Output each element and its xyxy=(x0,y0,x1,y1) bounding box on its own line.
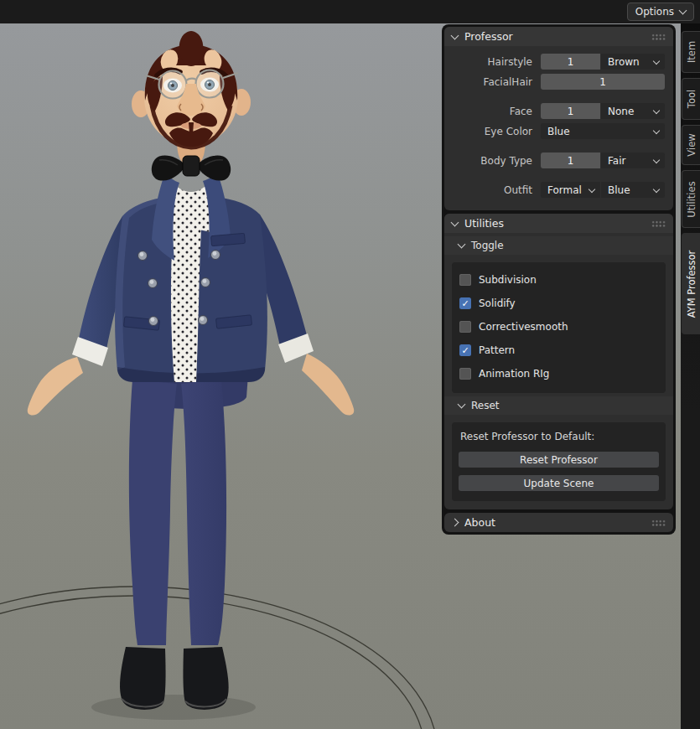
animation-rig-row: Animation RIg xyxy=(452,362,666,385)
contact-shadow xyxy=(91,695,256,720)
pattern-checkbox[interactable] xyxy=(459,344,471,356)
subdivision-checkbox[interactable] xyxy=(459,274,471,286)
chevron-down-icon xyxy=(653,106,660,113)
professor-panel-body: Hairstyle 1 Brown FacialHair 1 Face 1 xyxy=(444,46,673,210)
tab-item-label: Item xyxy=(686,41,697,63)
drag-grip-icon[interactable] xyxy=(651,520,666,526)
trousers[interactable] xyxy=(129,352,250,645)
suit-jacket[interactable] xyxy=(115,172,267,382)
toggle-subpanel-header[interactable]: Toggle xyxy=(444,236,673,255)
face-label: Face xyxy=(453,106,541,117)
pattern-row: Pattern xyxy=(452,339,666,362)
reset-heading: Reset Professor to Default: xyxy=(460,431,659,442)
professor-panel: Professor Hairstyle 1 Brown FacialHair 1 xyxy=(444,27,673,210)
reset-professor-button[interactable]: Reset Professor xyxy=(459,452,659,468)
head[interactable] xyxy=(132,31,251,147)
hairstyle-color-dropdown[interactable]: Brown xyxy=(601,54,665,70)
viewport-header-bar: Options xyxy=(0,0,700,24)
chevron-down-icon xyxy=(589,185,595,192)
eye-color-label: Eye Color xyxy=(453,126,541,137)
n-panel-sidebar: Professor Hairstyle 1 Brown FacialHair 1 xyxy=(442,24,676,535)
chevron-down-icon xyxy=(653,156,660,163)
tab-utilities[interactable]: Utilities xyxy=(682,170,700,228)
dropdown-value: Brown xyxy=(608,56,640,68)
outfit-style-dropdown[interactable]: Formal xyxy=(541,182,600,198)
tab-view-label: View xyxy=(686,133,697,156)
face-row: Face 1 None xyxy=(453,103,662,119)
checkbox-label: Animation RIg xyxy=(479,368,550,380)
tab-view[interactable]: View xyxy=(682,125,700,165)
tab-utilities-label: Utilities xyxy=(686,181,697,217)
sidebar-tab-strip: Item Tool View Utilities AYM Professor xyxy=(681,23,700,729)
panel-title: About xyxy=(464,516,495,529)
outfit-row: Outfit Formal Blue xyxy=(453,182,662,198)
subpanel-title: Reset xyxy=(471,400,500,411)
chevron-down-icon xyxy=(451,218,459,226)
facialhair-value-field[interactable]: 1 xyxy=(541,74,665,90)
outfit-label: Outfit xyxy=(453,184,541,196)
checkbox-label: Solidify xyxy=(479,297,516,309)
tab-aym-professor-label: AYM Professor xyxy=(686,250,697,318)
correctivesmooth-checkbox[interactable] xyxy=(459,321,471,333)
dropdown-value: Blue xyxy=(547,126,570,137)
reset-subpanel-header[interactable]: Reset xyxy=(444,396,673,415)
subpanel-title: Toggle xyxy=(471,240,504,251)
professor-panel-header[interactable]: Professor xyxy=(444,27,673,46)
drag-grip-icon[interactable] xyxy=(651,34,666,40)
about-panel: About xyxy=(444,513,673,532)
utilities-panel: Utilities Toggle Subdivision Solidify xyxy=(444,214,673,509)
chevron-right-icon xyxy=(451,519,459,527)
tab-aym-professor[interactable]: AYM Professor xyxy=(682,233,700,334)
drag-grip-icon[interactable] xyxy=(651,220,666,227)
professor-character[interactable] xyxy=(28,31,354,710)
utilities-panel-header[interactable]: Utilities xyxy=(444,214,673,233)
update-scene-button[interactable]: Update Scene xyxy=(459,475,659,491)
chevron-down-icon xyxy=(653,57,660,64)
body-type-row: Body Type 1 Fair xyxy=(453,153,662,168)
chevron-down-icon xyxy=(679,7,687,15)
body-type-value-field[interactable]: 1 xyxy=(541,153,600,168)
checkbox-label: Subdivision xyxy=(479,274,537,286)
tab-tool-label: Tool xyxy=(686,90,697,108)
chevron-down-icon xyxy=(653,185,660,192)
tab-item[interactable]: Item xyxy=(682,31,700,73)
solidify-checkbox[interactable] xyxy=(459,297,471,309)
about-panel-header[interactable]: About xyxy=(444,513,673,532)
dropdown-value: Fair xyxy=(608,155,625,167)
body-type-dropdown[interactable]: Fair xyxy=(601,153,665,168)
options-button-label: Options xyxy=(635,6,674,18)
checkbox-label: Correctivesmooth xyxy=(479,321,568,333)
dropdown-value: Blue xyxy=(608,184,630,196)
facialhair-row: FacialHair 1 xyxy=(453,74,662,90)
chevron-down-icon xyxy=(451,31,459,39)
eye-color-dropdown[interactable]: Blue xyxy=(541,123,665,139)
face-value-field[interactable]: 1 xyxy=(541,103,600,119)
eye-color-row: Eye Color Blue xyxy=(453,123,662,139)
reset-group: Reset Professor to Default: Reset Profes… xyxy=(452,422,666,501)
hairstyle-row: Hairstyle 1 Brown xyxy=(453,54,662,70)
bow-tie[interactable] xyxy=(152,156,231,181)
chevron-down-icon xyxy=(458,401,466,409)
chevron-down-icon xyxy=(653,127,660,133)
options-button[interactable]: Options xyxy=(627,3,694,21)
blender-window: Options xyxy=(0,0,700,729)
animation-rig-checkbox[interactable] xyxy=(459,368,471,380)
tab-tool[interactable]: Tool xyxy=(682,78,700,120)
face-dropdown[interactable]: None xyxy=(601,103,665,119)
body-type-label: Body Type xyxy=(453,155,541,167)
toggle-checkbox-group: Subdivision Solidify Correctivesmooth Pa… xyxy=(452,262,666,393)
hairstyle-label: Hairstyle xyxy=(453,56,541,68)
dropdown-value: Formal xyxy=(547,184,582,196)
outfit-color-dropdown[interactable]: Blue xyxy=(601,182,665,198)
panel-title: Professor xyxy=(464,30,513,43)
checkbox-label: Pattern xyxy=(479,344,515,356)
facialhair-label: FacialHair xyxy=(453,76,541,88)
dropdown-value: None xyxy=(608,106,634,117)
solidify-row: Solidify xyxy=(452,292,666,315)
hairstyle-value-field[interactable]: 1 xyxy=(541,54,600,70)
subdivision-row: Subdivision xyxy=(452,268,666,292)
correctivesmooth-row: Correctivesmooth xyxy=(452,315,666,339)
chevron-down-icon xyxy=(458,240,466,249)
panel-title: Utilities xyxy=(464,217,504,230)
